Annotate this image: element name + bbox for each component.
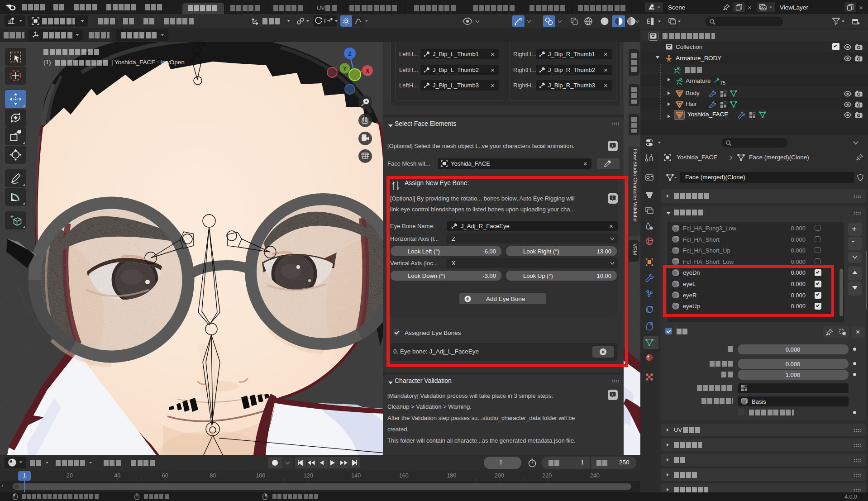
svg-text:Z: Z [348, 51, 351, 57]
svg-text:X: X [366, 68, 369, 74]
svg-text:Y: Y [343, 66, 347, 72]
